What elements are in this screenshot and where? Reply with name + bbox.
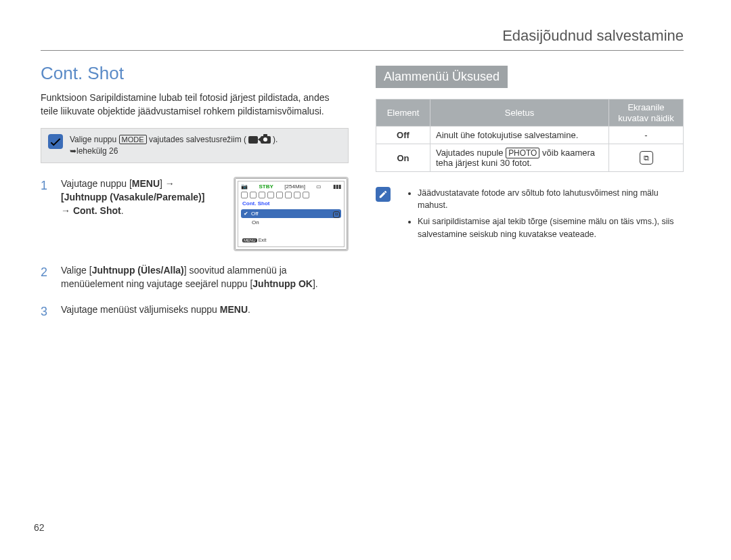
- right-column: Alammenüü Üksused Element Seletus Ekraan…: [376, 63, 684, 332]
- camera-lcd-preview: 📷 STBY [254Min] ▭ ▮▮▮ C: [234, 177, 349, 251]
- lcd-exit-hint: MENUExit: [242, 237, 266, 244]
- callout-text: Valige nuppu MODE vajutades salvestusrež…: [70, 134, 278, 157]
- lcd-stby-label: STBY: [259, 183, 273, 191]
- intro-text: Funktsioon Saripildistamine lubab teil f…: [41, 91, 349, 119]
- lcd-menu-title: Cont. Shot: [238, 200, 344, 209]
- step-3-text: Vajutage menüüst väljumiseks nuppu MENU.: [61, 303, 349, 320]
- section-title: Cont. Shot: [41, 63, 349, 84]
- lcd-photo-icon: 📷: [241, 183, 248, 191]
- lcd-card-icon: ▭: [316, 183, 322, 191]
- step-1-text: Vajutage nuppu [MENU] → [Juhtnupp (Vasak…: [61, 177, 225, 218]
- page-number: 62: [34, 522, 45, 533]
- mode-callout: Valige nuppu MODE vajutades salvestusrež…: [41, 128, 349, 163]
- table-row: On Vajutades nupule PHOTO võib kaamera t…: [376, 144, 684, 172]
- th-desc: Seletus: [430, 100, 609, 127]
- lcd-item-off: ✔ Off: [241, 209, 341, 219]
- note-item: Jäädvustatavate fotode arv sõltub foto l…: [418, 187, 684, 211]
- notes-callout: Jäädvustatavate fotode arv sõltub foto l…: [376, 187, 684, 244]
- th-element: Element: [376, 100, 430, 127]
- step-number: 2: [41, 263, 56, 291]
- submenu-title-bar: Alammenüü Üksused: [376, 66, 508, 88]
- step-3: 3 Vajutage menüüst väljumiseks nuppu MEN…: [41, 303, 349, 320]
- note-item: Kui saripildistamise ajal tekib tõrge (s…: [418, 215, 684, 240]
- mode-button-label: MODE: [119, 135, 147, 144]
- step-number: 1: [41, 177, 56, 251]
- step-number: 3: [41, 303, 56, 320]
- chapter-header: Edasijõudnud salvestamine: [41, 27, 684, 51]
- video-mode-icon: [248, 134, 258, 146]
- step-2: 2 Valige [Juhtnupp (Üles/Alla)] soovitud…: [41, 263, 349, 291]
- step-2-text: Valige [Juhtnupp (Üles/Alla)] soovitud a…: [61, 263, 349, 291]
- cont-shot-indicator-icon: ⧉: [640, 151, 653, 165]
- check-icon: [48, 134, 63, 149]
- lcd-check-icon: ✔: [244, 210, 248, 218]
- options-table: Element Seletus Ekraanile kuvatav näidik…: [376, 99, 684, 172]
- lcd-battery-icon: ▮▮▮: [333, 183, 341, 191]
- lcd-time-label: [254Min]: [284, 183, 305, 191]
- step-1: 1 Vajutage nuppu [MENU] → [Juhtnupp (Vas…: [41, 177, 349, 251]
- table-row: Off Ainult ühe fotokujutise salvestamine…: [376, 127, 684, 144]
- pencil-icon: [376, 187, 391, 202]
- photo-button-label: PHOTO: [506, 148, 539, 158]
- th-indicator: Ekraanile kuvatav näidik: [609, 100, 684, 127]
- lcd-icon-row: [238, 192, 344, 200]
- lcd-item-on: On: [241, 218, 341, 228]
- notes-list: Jäädvustatavate fotode arv sõltub foto l…: [405, 187, 684, 244]
- photo-mode-icon: [261, 134, 271, 146]
- left-column: Cont. Shot Funktsioon Saripildistamine l…: [41, 63, 349, 332]
- steps-list: 1 Vajutage nuppu [MENU] → [Juhtnupp (Vas…: [41, 177, 349, 321]
- lcd-cont-shot-icon: ⧉: [333, 211, 340, 218]
